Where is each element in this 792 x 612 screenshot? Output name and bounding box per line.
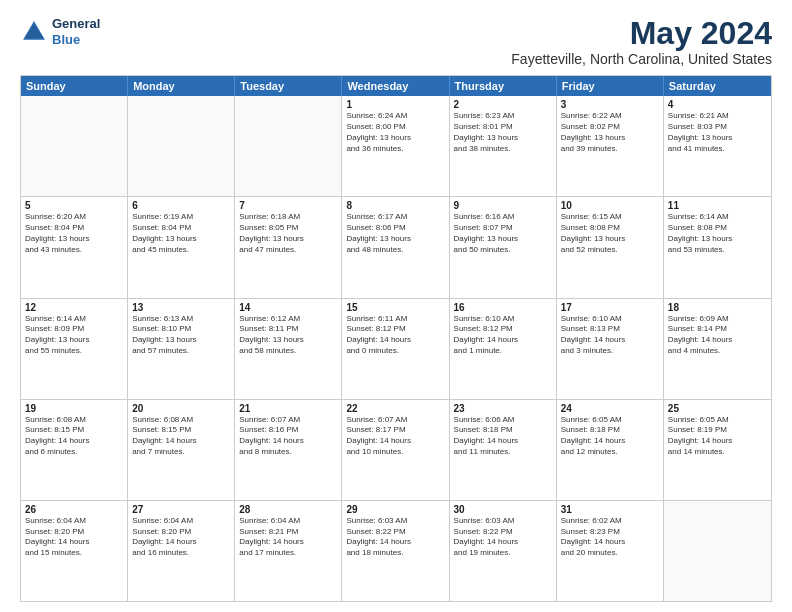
day-number: 11	[668, 200, 767, 211]
day-info: Sunrise: 6:09 AM Sunset: 8:14 PM Dayligh…	[668, 314, 767, 357]
day-info: Sunrise: 6:13 AM Sunset: 8:10 PM Dayligh…	[132, 314, 230, 357]
day-info: Sunrise: 6:22 AM Sunset: 8:02 PM Dayligh…	[561, 111, 659, 154]
day-info: Sunrise: 6:11 AM Sunset: 8:12 PM Dayligh…	[346, 314, 444, 357]
page: General Blue May 2024 Fayetteville, Nort…	[0, 0, 792, 612]
day-cell: 7Sunrise: 6:18 AM Sunset: 8:05 PM Daylig…	[235, 197, 342, 297]
day-info: Sunrise: 6:17 AM Sunset: 8:06 PM Dayligh…	[346, 212, 444, 255]
svg-marker-1	[25, 24, 44, 38]
day-number: 12	[25, 302, 123, 313]
day-cell: 19Sunrise: 6:08 AM Sunset: 8:15 PM Dayli…	[21, 400, 128, 500]
month-title: May 2024	[511, 16, 772, 51]
day-cell: 16Sunrise: 6:10 AM Sunset: 8:12 PM Dayli…	[450, 299, 557, 399]
day-cell	[235, 96, 342, 196]
logo-text: General Blue	[52, 16, 100, 47]
day-info: Sunrise: 6:18 AM Sunset: 8:05 PM Dayligh…	[239, 212, 337, 255]
day-info: Sunrise: 6:04 AM Sunset: 8:20 PM Dayligh…	[132, 516, 230, 559]
day-number: 15	[346, 302, 444, 313]
day-info: Sunrise: 6:24 AM Sunset: 8:00 PM Dayligh…	[346, 111, 444, 154]
location-title: Fayetteville, North Carolina, United Sta…	[511, 51, 772, 67]
day-number: 19	[25, 403, 123, 414]
day-header-friday: Friday	[557, 76, 664, 96]
day-cell: 14Sunrise: 6:12 AM Sunset: 8:11 PM Dayli…	[235, 299, 342, 399]
day-number: 31	[561, 504, 659, 515]
day-number: 7	[239, 200, 337, 211]
day-cell: 5Sunrise: 6:20 AM Sunset: 8:04 PM Daylig…	[21, 197, 128, 297]
day-info: Sunrise: 6:23 AM Sunset: 8:01 PM Dayligh…	[454, 111, 552, 154]
day-cell: 3Sunrise: 6:22 AM Sunset: 8:02 PM Daylig…	[557, 96, 664, 196]
day-number: 9	[454, 200, 552, 211]
day-cell: 13Sunrise: 6:13 AM Sunset: 8:10 PM Dayli…	[128, 299, 235, 399]
day-info: Sunrise: 6:03 AM Sunset: 8:22 PM Dayligh…	[346, 516, 444, 559]
day-info: Sunrise: 6:07 AM Sunset: 8:17 PM Dayligh…	[346, 415, 444, 458]
day-number: 26	[25, 504, 123, 515]
day-cell	[21, 96, 128, 196]
day-cell: 29Sunrise: 6:03 AM Sunset: 8:22 PM Dayli…	[342, 501, 449, 601]
day-number: 17	[561, 302, 659, 313]
logo: General Blue	[20, 16, 100, 47]
day-cell: 10Sunrise: 6:15 AM Sunset: 8:08 PM Dayli…	[557, 197, 664, 297]
title-block: May 2024 Fayetteville, North Carolina, U…	[511, 16, 772, 67]
week-row-4: 19Sunrise: 6:08 AM Sunset: 8:15 PM Dayli…	[21, 399, 771, 500]
day-info: Sunrise: 6:16 AM Sunset: 8:07 PM Dayligh…	[454, 212, 552, 255]
day-info: Sunrise: 6:05 AM Sunset: 8:19 PM Dayligh…	[668, 415, 767, 458]
day-info: Sunrise: 6:04 AM Sunset: 8:21 PM Dayligh…	[239, 516, 337, 559]
day-number: 28	[239, 504, 337, 515]
day-cell: 23Sunrise: 6:06 AM Sunset: 8:18 PM Dayli…	[450, 400, 557, 500]
day-info: Sunrise: 6:15 AM Sunset: 8:08 PM Dayligh…	[561, 212, 659, 255]
day-header-tuesday: Tuesday	[235, 76, 342, 96]
day-number: 16	[454, 302, 552, 313]
day-number: 24	[561, 403, 659, 414]
day-cell: 4Sunrise: 6:21 AM Sunset: 8:03 PM Daylig…	[664, 96, 771, 196]
day-info: Sunrise: 6:14 AM Sunset: 8:08 PM Dayligh…	[668, 212, 767, 255]
day-info: Sunrise: 6:07 AM Sunset: 8:16 PM Dayligh…	[239, 415, 337, 458]
day-cell	[664, 501, 771, 601]
day-info: Sunrise: 6:10 AM Sunset: 8:13 PM Dayligh…	[561, 314, 659, 357]
day-cell: 20Sunrise: 6:08 AM Sunset: 8:15 PM Dayli…	[128, 400, 235, 500]
day-number: 2	[454, 99, 552, 110]
day-header-thursday: Thursday	[450, 76, 557, 96]
day-header-wednesday: Wednesday	[342, 76, 449, 96]
day-number: 13	[132, 302, 230, 313]
day-info: Sunrise: 6:08 AM Sunset: 8:15 PM Dayligh…	[25, 415, 123, 458]
day-number: 23	[454, 403, 552, 414]
day-number: 3	[561, 99, 659, 110]
day-cell: 11Sunrise: 6:14 AM Sunset: 8:08 PM Dayli…	[664, 197, 771, 297]
day-number: 5	[25, 200, 123, 211]
day-info: Sunrise: 6:06 AM Sunset: 8:18 PM Dayligh…	[454, 415, 552, 458]
week-row-3: 12Sunrise: 6:14 AM Sunset: 8:09 PM Dayli…	[21, 298, 771, 399]
day-number: 27	[132, 504, 230, 515]
day-cell: 2Sunrise: 6:23 AM Sunset: 8:01 PM Daylig…	[450, 96, 557, 196]
day-cell: 17Sunrise: 6:10 AM Sunset: 8:13 PM Dayli…	[557, 299, 664, 399]
day-cell: 28Sunrise: 6:04 AM Sunset: 8:21 PM Dayli…	[235, 501, 342, 601]
day-info: Sunrise: 6:02 AM Sunset: 8:23 PM Dayligh…	[561, 516, 659, 559]
day-cell: 9Sunrise: 6:16 AM Sunset: 8:07 PM Daylig…	[450, 197, 557, 297]
day-number: 8	[346, 200, 444, 211]
day-number: 21	[239, 403, 337, 414]
day-cell	[128, 96, 235, 196]
day-number: 20	[132, 403, 230, 414]
day-info: Sunrise: 6:19 AM Sunset: 8:04 PM Dayligh…	[132, 212, 230, 255]
day-cell: 26Sunrise: 6:04 AM Sunset: 8:20 PM Dayli…	[21, 501, 128, 601]
week-row-5: 26Sunrise: 6:04 AM Sunset: 8:20 PM Dayli…	[21, 500, 771, 601]
day-number: 18	[668, 302, 767, 313]
day-number: 29	[346, 504, 444, 515]
day-header-monday: Monday	[128, 76, 235, 96]
day-header-sunday: Sunday	[21, 76, 128, 96]
day-headers: SundayMondayTuesdayWednesdayThursdayFrid…	[21, 76, 771, 96]
day-cell: 25Sunrise: 6:05 AM Sunset: 8:19 PM Dayli…	[664, 400, 771, 500]
day-info: Sunrise: 6:04 AM Sunset: 8:20 PM Dayligh…	[25, 516, 123, 559]
week-row-2: 5Sunrise: 6:20 AM Sunset: 8:04 PM Daylig…	[21, 196, 771, 297]
day-number: 10	[561, 200, 659, 211]
day-number: 22	[346, 403, 444, 414]
day-cell: 6Sunrise: 6:19 AM Sunset: 8:04 PM Daylig…	[128, 197, 235, 297]
day-cell: 18Sunrise: 6:09 AM Sunset: 8:14 PM Dayli…	[664, 299, 771, 399]
day-info: Sunrise: 6:20 AM Sunset: 8:04 PM Dayligh…	[25, 212, 123, 255]
day-cell: 27Sunrise: 6:04 AM Sunset: 8:20 PM Dayli…	[128, 501, 235, 601]
day-info: Sunrise: 6:14 AM Sunset: 8:09 PM Dayligh…	[25, 314, 123, 357]
day-number: 1	[346, 99, 444, 110]
week-row-1: 1Sunrise: 6:24 AM Sunset: 8:00 PM Daylig…	[21, 96, 771, 196]
day-cell: 31Sunrise: 6:02 AM Sunset: 8:23 PM Dayli…	[557, 501, 664, 601]
day-cell: 15Sunrise: 6:11 AM Sunset: 8:12 PM Dayli…	[342, 299, 449, 399]
day-number: 6	[132, 200, 230, 211]
day-cell: 12Sunrise: 6:14 AM Sunset: 8:09 PM Dayli…	[21, 299, 128, 399]
